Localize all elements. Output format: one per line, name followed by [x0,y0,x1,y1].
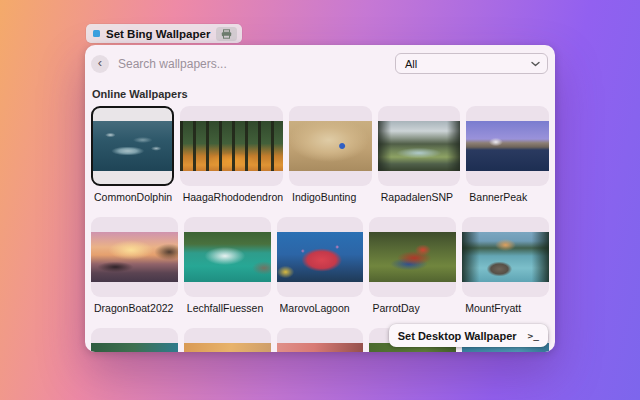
wallpaper-image [184,343,271,352]
wallpaper-image [180,121,283,171]
filter-value: All [405,58,417,70]
wallpaper-thumbnail[interactable] [91,328,178,352]
printer-icon[interactable] [216,27,237,41]
wallpaper-image [378,121,461,171]
wallpaper-image [462,232,549,282]
wallpaper-item [184,328,271,352]
wallpaper-item: LechfallFuessen [184,217,271,328]
set-desktop-wallpaper-label: Set Desktop Wallpaper [398,330,517,342]
wallpaper-image [289,121,372,171]
wallpaper-item: CommonDolphin [91,106,174,217]
wallpaper-name: HaagaRhododendron [183,191,283,204]
back-button[interactable]: ‹ [91,55,109,73]
wallpaper-name: LechfallFuessen [187,302,271,315]
search-input[interactable]: Search wallpapers... [118,57,227,71]
wallpaper-image [91,343,178,352]
wallpaper-item: MountFryatt [462,217,549,328]
wallpaper-image [277,343,364,352]
wallpaper-thumbnail[interactable] [466,106,549,186]
wallpaper-item: DragonBoat2022 [91,217,178,328]
wallpaper-name: MarovoLagoon [280,302,364,315]
wallpaper-name: ParrotDay [372,302,456,315]
wallpaper-name: RapadalenSNP [381,191,461,204]
wallpaper-thumbnail[interactable] [180,106,283,186]
chevron-down-icon [531,61,540,67]
wallpaper-item [277,328,364,352]
wallpaper-item [91,328,178,352]
window-header: ‹ Search wallpapers... All [85,45,555,78]
wallpaper-thumbnail[interactable] [462,217,549,297]
wallpaper-name: CommonDolphin [94,191,174,204]
wallpaper-image [93,121,172,171]
app-title: Set Bing Wallpaper [106,28,210,40]
terminal-prompt-icon: >_ [528,330,539,341]
wallpaper-image [466,121,549,171]
wallpaper-thumbnail[interactable] [184,328,271,352]
wallpaper-item: HaagaRhododendron [180,106,283,217]
wallpaper-thumbnail[interactable] [289,106,372,186]
wallpaper-thumbnail[interactable] [369,217,456,297]
app-window: ‹ Search wallpapers... All Online Wallpa… [85,45,555,352]
wallpaper-grid-row-2: DragonBoat2022 LechfallFuessen MarovoLag… [85,217,555,328]
wallpaper-item: BannerPeak [466,106,549,217]
wallpaper-name: DragonBoat2022 [94,302,178,315]
wallpaper-image [91,232,178,282]
wallpaper-name: IndigoBunting [292,191,372,204]
menubar-app-pill[interactable]: Set Bing Wallpaper [86,24,242,43]
wallpaper-item: ParrotDay [369,217,456,328]
wallpaper-thumbnail[interactable] [91,217,178,297]
wallpaper-thumbnail-selected[interactable] [91,106,174,186]
wallpaper-name: MountFryatt [465,302,549,315]
wallpaper-item: IndigoBunting [289,106,372,217]
chevron-left-icon: ‹ [98,56,102,69]
wallpaper-thumbnail[interactable] [378,106,461,186]
wallpaper-grid-row-1: CommonDolphin HaagaRhododendron IndigoBu… [85,106,555,217]
wallpaper-thumbnail[interactable] [277,328,364,352]
wallpaper-image [184,232,271,282]
wallpaper-item: MarovoLagoon [277,217,364,328]
section-title: Online Wallpapers [92,88,555,100]
wallpaper-thumbnail[interactable] [277,217,364,297]
wallpaper-name: BannerPeak [469,191,549,204]
wallpaper-thumbnail[interactable] [184,217,271,297]
app-icon [93,30,100,37]
filter-dropdown[interactable]: All [395,53,548,74]
wallpaper-item: RapadalenSNP [378,106,461,217]
wallpaper-image [369,232,456,282]
wallpaper-image [277,232,364,282]
set-desktop-wallpaper-button[interactable]: Set Desktop Wallpaper >_ [389,324,548,347]
